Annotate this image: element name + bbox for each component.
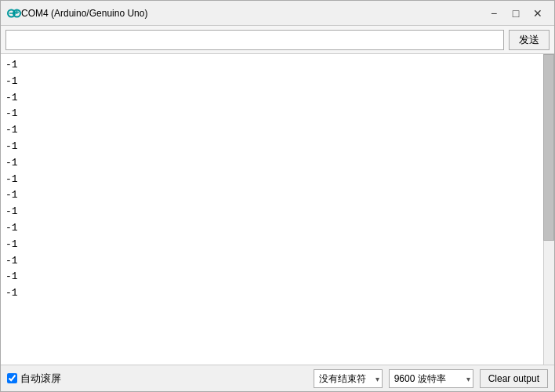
output-line: -1 xyxy=(5,172,539,188)
output-line: -1 xyxy=(5,90,539,107)
output-line: -1 xyxy=(5,204,539,220)
output-line: -1 xyxy=(5,187,539,204)
window-controls: − □ ✕ xyxy=(484,5,548,22)
baud-rate-select[interactable]: 300 波特率600 波特率1200 波特率2400 波特率4800 波特率96… xyxy=(389,369,473,388)
main-window: COM4 (Arduino/Genuino Uno) − □ ✕ 发送 -1-1… xyxy=(0,0,555,392)
output-line: -1 xyxy=(5,220,539,237)
output-line: -1 xyxy=(5,106,539,122)
output-line: -1 xyxy=(5,253,539,270)
close-button[interactable]: ✕ xyxy=(528,5,548,22)
output-line: -1 xyxy=(5,74,539,90)
window-title: COM4 (Arduino/Genuino Uno) xyxy=(21,8,484,19)
output-content: -1-1-1-1-1-1-1-1-1-1-1-1-1-1-1 xyxy=(1,54,543,365)
minimize-button[interactable]: − xyxy=(484,5,504,22)
maximize-button[interactable]: □ xyxy=(506,5,526,22)
output-line: -1 xyxy=(5,122,539,139)
title-bar: COM4 (Arduino/Genuino Uno) − □ ✕ xyxy=(1,1,554,26)
send-input[interactable] xyxy=(5,30,504,50)
autoscroll-check[interactable]: 自动滚屏 xyxy=(7,372,61,386)
line-ending-select[interactable]: 没有结束符换行回车换行+回车 xyxy=(314,369,383,388)
send-button[interactable]: 发送 xyxy=(509,30,550,50)
status-bar: 自动滚屏 没有结束符换行回车换行+回车 ▾ 300 波特率600 波特率1200… xyxy=(1,365,554,391)
clear-output-button[interactable]: Clear output xyxy=(480,369,548,388)
autoscroll-label: 自动滚屏 xyxy=(20,372,61,386)
line-ending-dropdown-wrapper: 没有结束符换行回车换行+回车 ▾ xyxy=(314,369,383,388)
output-line: -1 xyxy=(5,269,539,285)
autoscroll-checkbox[interactable] xyxy=(7,373,17,383)
app-icon xyxy=(7,6,21,20)
input-bar: 发送 xyxy=(1,26,554,54)
output-line: -1 xyxy=(5,139,539,155)
scrollbar-track[interactable] xyxy=(543,54,554,365)
scrollbar-thumb[interactable] xyxy=(543,54,554,241)
output-area: -1-1-1-1-1-1-1-1-1-1-1-1-1-1-1 xyxy=(1,54,554,365)
output-line: -1 xyxy=(5,155,539,172)
baud-rate-dropdown-wrapper: 300 波特率600 波特率1200 波特率2400 波特率4800 波特率96… xyxy=(389,369,473,388)
output-line: -1 xyxy=(5,285,539,302)
output-line: -1 xyxy=(5,57,539,74)
output-line: -1 xyxy=(5,237,539,253)
